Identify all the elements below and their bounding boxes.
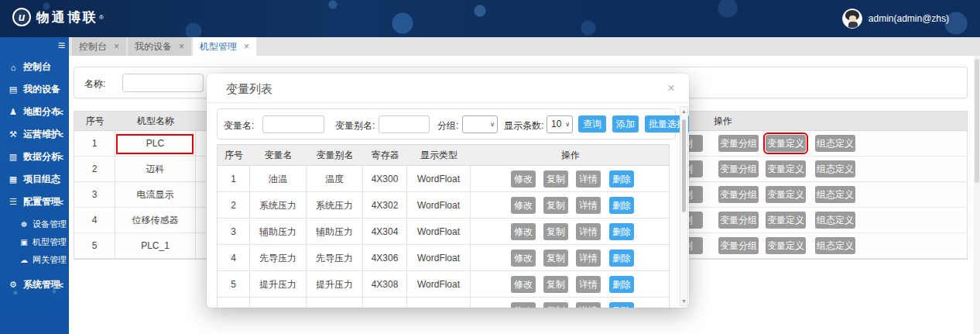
copy-button[interactable]: 复制 bbox=[543, 223, 568, 240]
config-define-button[interactable]: 组态定义 bbox=[815, 237, 855, 254]
add-button[interactable]: 添加 bbox=[612, 115, 639, 133]
variable-group-button[interactable]: 变量分组 bbox=[718, 135, 759, 152]
table-row-partial: 修改 复制 详情 删除 bbox=[218, 298, 669, 308]
sidebar-item-device-management[interactable]: ☸ 设备管理 bbox=[0, 215, 69, 233]
name-filter-input[interactable] bbox=[122, 74, 204, 92]
devices-icon: ▤ bbox=[8, 84, 19, 95]
detail-button[interactable]: 详情 bbox=[576, 302, 601, 308]
delete-button[interactable]: 删除 bbox=[609, 170, 634, 188]
delete-button[interactable]: 删除 bbox=[609, 223, 634, 240]
col-var-name: 变量名 bbox=[250, 145, 307, 166]
detail-button[interactable]: 详情 bbox=[576, 170, 601, 188]
delete-button[interactable]: 删除 bbox=[609, 250, 634, 267]
edit-button[interactable]: 修改 bbox=[511, 223, 536, 240]
chevron-collapsed-icon: < bbox=[59, 130, 63, 139]
sidebar-item-console[interactable]: ⌂ 控制台 bbox=[0, 56, 69, 78]
variable-group-button[interactable]: 变量分组 bbox=[718, 186, 759, 203]
page-scrollbar[interactable] bbox=[974, 56, 980, 334]
sidebar-item-data-analysis[interactable]: ▥ 数据分析 < bbox=[0, 146, 69, 168]
edit-button[interactable]: 修改 bbox=[511, 302, 536, 308]
detail-button[interactable]: 详情 bbox=[576, 197, 601, 214]
config-define-button[interactable]: 组态定义 bbox=[815, 186, 855, 203]
sidebar-item-project-config[interactable]: ▦ 项目组态 bbox=[0, 168, 69, 191]
tab-model-management[interactable]: 机型管理 × bbox=[193, 37, 256, 56]
copy-button[interactable]: 复制 bbox=[543, 276, 568, 293]
config-define-button[interactable]: 组态定义 bbox=[815, 135, 855, 152]
variable-define-button[interactable]: 变量定义 bbox=[766, 237, 806, 254]
copy-button[interactable]: 复制 bbox=[543, 250, 568, 267]
edit-button[interactable]: 修改 bbox=[511, 170, 536, 188]
edit-button[interactable]: 修改 bbox=[511, 250, 536, 267]
close-icon[interactable]: × bbox=[179, 41, 184, 52]
table-row: 3 辅助压力 辅助压力 4X304 WordFloat 修改 复制 详情 删除 bbox=[218, 219, 669, 245]
chevron-collapsed-icon: < bbox=[59, 198, 63, 207]
home-icon: ⌂ bbox=[8, 63, 19, 72]
detail-button[interactable]: 详情 bbox=[576, 223, 601, 240]
col-no: 序号 bbox=[74, 112, 115, 131]
copy-button[interactable]: 复制 bbox=[543, 197, 568, 214]
edit-button[interactable]: 修改 bbox=[511, 276, 536, 293]
sidebar: ≡ ⌂ 控制台 ▤ 我的设备 ♟ 地图分布 < ⚒ 运营维护 < ▥ 数据分析 … bbox=[0, 37, 69, 334]
col-register: 寄存器 bbox=[363, 145, 407, 166]
modal-title: 变量列表 bbox=[226, 82, 272, 97]
sidebar-item-map-distribution[interactable]: ♟ 地图分布 < bbox=[0, 101, 69, 123]
variable-group-button[interactable]: 变量分组 bbox=[718, 212, 759, 229]
scrollbar-thumb[interactable] bbox=[975, 59, 979, 183]
delete-button[interactable]: 删除 bbox=[609, 302, 634, 308]
col-no: 序号 bbox=[218, 145, 250, 166]
variable-define-button[interactable]: 变量定义 bbox=[766, 186, 806, 203]
sidebar-item-gateway-management[interactable]: ☁ 网关管理 bbox=[0, 251, 69, 269]
variable-group-button[interactable]: 变量分组 bbox=[718, 237, 759, 254]
detail-button[interactable]: 详情 bbox=[576, 276, 601, 293]
sidebar-item-my-devices[interactable]: ▤ 我的设备 bbox=[0, 78, 69, 101]
copy-button[interactable]: 复制 bbox=[543, 170, 568, 188]
chevron-collapsed-icon: < bbox=[59, 281, 63, 290]
grid-icon: ▦ bbox=[8, 174, 19, 184]
copy-button[interactable]: 复制 bbox=[543, 302, 568, 308]
variable-group-button[interactable]: 变量分组 bbox=[718, 160, 759, 177]
chevron-collapsed-icon: < bbox=[59, 108, 63, 117]
cloud-icon: ☁ bbox=[19, 256, 29, 264]
var-alias-label: 变量别名: bbox=[335, 119, 375, 133]
detail-button[interactable]: 详情 bbox=[576, 250, 601, 267]
modal-filter-panel: 变量名: 变量别名: 分组: ∨ 显示条数: 10∨ 查询 添加 批量选择 bbox=[217, 108, 676, 139]
modal-scrollbar[interactable]: ▲ ▼ bbox=[680, 106, 688, 306]
col-operations: 操作 bbox=[471, 145, 670, 166]
delete-button[interactable]: 删除 bbox=[609, 197, 634, 214]
var-name-label: 变量名: bbox=[224, 119, 254, 133]
tab-my-devices[interactable]: 我的设备 × bbox=[128, 37, 191, 56]
config-define-button[interactable]: 组态定义 bbox=[815, 212, 855, 229]
variable-define-button[interactable]: 变量定义 bbox=[766, 135, 806, 152]
sidebar-item-config-management[interactable]: ☰ 配置管理 < bbox=[0, 191, 69, 213]
gears-icon: ☸ bbox=[19, 220, 29, 229]
sidebar-item-system-management[interactable]: ⚙ 系统管理 < bbox=[0, 274, 69, 296]
sidebar-item-model-management[interactable]: ▣ 机型管理 bbox=[0, 233, 69, 251]
var-alias-input[interactable] bbox=[379, 115, 430, 133]
variable-define-button[interactable]: 变量定义 bbox=[766, 160, 806, 177]
search-button[interactable]: 查询 bbox=[578, 115, 606, 133]
hamburger-menu-icon[interactable]: ≡ bbox=[58, 39, 65, 53]
scroll-down-icon[interactable]: ▼ bbox=[680, 298, 687, 304]
modal-body: 变量名: 变量别名: 分组: ∨ 显示条数: 10∨ 查询 添加 批量选择 序号… bbox=[207, 103, 689, 308]
close-icon[interactable]: × bbox=[114, 41, 119, 52]
group-select[interactable]: ∨ bbox=[462, 115, 498, 133]
scroll-up-icon[interactable]: ▲ bbox=[680, 108, 687, 114]
user-menu[interactable]: admin(admin@zhs) bbox=[842, 9, 949, 29]
chevron-down-icon: ∨ bbox=[565, 116, 570, 133]
modal-header: 变量列表 × bbox=[207, 74, 689, 103]
variable-define-button[interactable]: 变量定义 bbox=[766, 212, 806, 229]
chevron-down-icon: ∨ bbox=[490, 116, 495, 133]
edit-button[interactable]: 修改 bbox=[511, 197, 536, 214]
config-define-button[interactable]: 组态定义 bbox=[815, 160, 855, 177]
close-icon[interactable]: × bbox=[244, 41, 249, 52]
col-var-alias: 变量别名 bbox=[307, 145, 363, 166]
close-icon[interactable]: × bbox=[667, 81, 675, 96]
sidebar-item-operations[interactable]: ⚒ 运营维护 < bbox=[0, 123, 69, 146]
group-label: 分组: bbox=[437, 119, 458, 133]
scrollbar-thumb[interactable] bbox=[682, 119, 686, 212]
avatar[interactable] bbox=[842, 9, 862, 29]
var-name-input[interactable] bbox=[262, 115, 324, 133]
page-size-select[interactable]: 10∨ bbox=[547, 115, 573, 133]
tab-console[interactable]: 控制台 × bbox=[72, 37, 126, 56]
delete-button[interactable]: 删除 bbox=[609, 276, 634, 293]
